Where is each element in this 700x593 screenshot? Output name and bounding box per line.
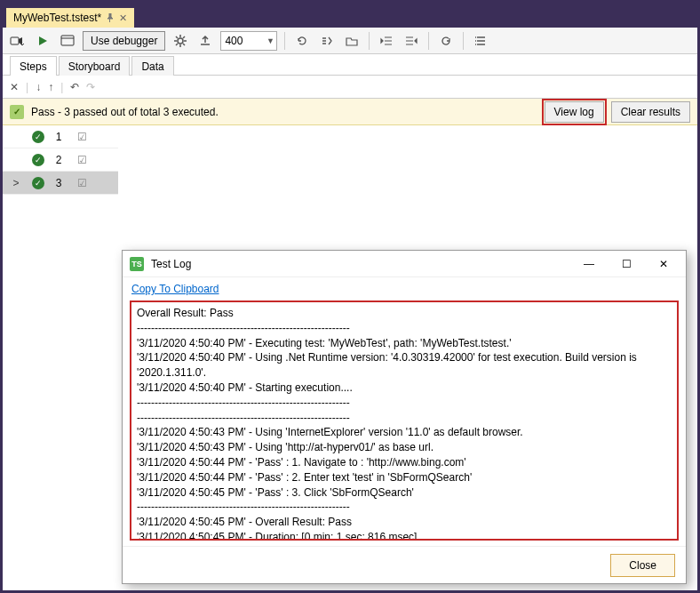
- use-debugger-button[interactable]: Use debugger: [83, 31, 165, 51]
- steps-icon[interactable]: [317, 31, 337, 51]
- refresh-icon[interactable]: [292, 31, 312, 51]
- clear-results-button[interactable]: Clear results: [611, 101, 690, 123]
- svg-line-9: [183, 44, 185, 45]
- svg-point-3: [178, 38, 183, 44]
- test-log-dialog: TS Test Log — ☐ ✕ Copy To Clipboard Over…: [122, 250, 687, 584]
- file-tabstrip: MyWebTest.tstest* ✕: [3, 6, 697, 28]
- pin-icon[interactable]: [107, 13, 114, 22]
- reload-icon[interactable]: [436, 31, 456, 51]
- tab-data[interactable]: Data: [131, 56, 173, 76]
- step-number: 3: [47, 177, 70, 189]
- result-message: Pass - 3 passed out of total 3 executed.: [31, 106, 219, 118]
- separator: |: [26, 81, 28, 93]
- step-number: 1: [47, 131, 70, 143]
- checkbox-icon[interactable]: ☑: [70, 177, 93, 189]
- steps-list: ✓ 1 ☑ ✓ 2 ☑ ✓ 3 ☑: [3, 125, 118, 195]
- dialog-footer: Close: [123, 546, 686, 583]
- pass-icon: ✓: [32, 131, 44, 143]
- separator: [369, 32, 370, 50]
- gear-icon[interactable]: [171, 31, 190, 51]
- svg-rect-1: [61, 36, 74, 45]
- folder-icon[interactable]: [342, 31, 362, 51]
- status-cell: ✓: [29, 154, 47, 166]
- svg-line-8: [176, 36, 178, 38]
- testlog-app-icon: TS: [130, 257, 144, 271]
- upload-icon[interactable]: [195, 31, 215, 51]
- tab-storyboard[interactable]: Storyboard: [59, 56, 131, 76]
- row-gutter: [3, 177, 29, 189]
- step-row[interactable]: ✓ 1 ☑: [3, 125, 118, 148]
- arrow-up-icon[interactable]: ↑: [48, 81, 53, 93]
- undo-icon[interactable]: ↶: [70, 81, 79, 93]
- pass-icon: ✓: [32, 177, 44, 189]
- dialog-titlebar[interactable]: TS Test Log — ☐ ✕: [123, 251, 686, 277]
- separator: [284, 32, 285, 50]
- subtab-strip: Steps Storyboard Data: [3, 54, 697, 76]
- svg-line-10: [176, 44, 178, 45]
- close-button[interactable]: Close: [610, 554, 675, 577]
- arrow-down-icon[interactable]: ↓: [36, 81, 41, 93]
- file-tab[interactable]: MyWebTest.tstest* ✕: [6, 8, 134, 28]
- svg-line-11: [183, 36, 185, 38]
- pass-badge-icon: ✓: [10, 105, 24, 119]
- play-icon[interactable]: [33, 31, 52, 51]
- delay-input[interactable]: ▼: [220, 31, 277, 51]
- steps-toolbar: ✕ | ↓ ↑ | ↶ ↷: [3, 76, 697, 99]
- browser-icon[interactable]: [58, 31, 77, 51]
- step-row[interactable]: ✓ 2 ☑: [3, 148, 118, 172]
- checkbox-icon[interactable]: ☑: [70, 131, 93, 143]
- outdent-icon[interactable]: [377, 31, 396, 51]
- step-row[interactable]: ✓ 3 ☑: [3, 172, 118, 195]
- result-bar: ✓ Pass - 3 passed out of total 3 execute…: [3, 99, 697, 125]
- separator: [428, 32, 429, 50]
- view-log-button[interactable]: View log: [545, 101, 604, 123]
- separator: |: [60, 81, 63, 93]
- delete-icon[interactable]: ✕: [10, 81, 19, 93]
- minimize-icon[interactable]: —: [574, 253, 604, 275]
- list-icon[interactable]: [471, 31, 490, 51]
- dialog-title: Test Log: [151, 258, 191, 270]
- checkbox-icon[interactable]: ☑: [70, 154, 93, 166]
- step-number: 2: [47, 154, 70, 166]
- app-window: MyWebTest.tstest* ✕ Use debugger ▼: [0, 0, 700, 593]
- copy-to-clipboard-link[interactable]: Copy To Clipboard: [131, 283, 219, 295]
- redo-icon[interactable]: ↷: [86, 81, 95, 93]
- dialog-linkbar: Copy To Clipboard: [123, 277, 686, 301]
- chevron-down-icon[interactable]: ▼: [264, 36, 276, 45]
- pass-icon: ✓: [32, 154, 44, 166]
- indent-icon[interactable]: [402, 31, 421, 51]
- svg-rect-0: [11, 37, 19, 44]
- close-icon[interactable]: ✕: [648, 253, 679, 275]
- steps-area: ✓ 1 ☑ ✓ 2 ☑ ✓ 3 ☑ TS Test Log —: [3, 125, 697, 590]
- tab-steps[interactable]: Steps: [10, 56, 57, 76]
- log-output[interactable]: Overall Result: Pass -------------------…: [130, 301, 679, 541]
- delay-field[interactable]: [221, 35, 264, 47]
- maximize-icon[interactable]: ☐: [611, 253, 641, 275]
- record-dropdown-icon[interactable]: [8, 31, 28, 51]
- use-debugger-label: Use debugger: [91, 35, 157, 47]
- main-toolbar: Use debugger ▼: [3, 28, 697, 54]
- status-cell: ✓: [29, 177, 47, 189]
- status-cell: ✓: [29, 131, 47, 143]
- close-icon[interactable]: ✕: [119, 12, 127, 24]
- separator: [463, 32, 464, 50]
- file-tab-label: MyWebTest.tstest*: [13, 12, 101, 24]
